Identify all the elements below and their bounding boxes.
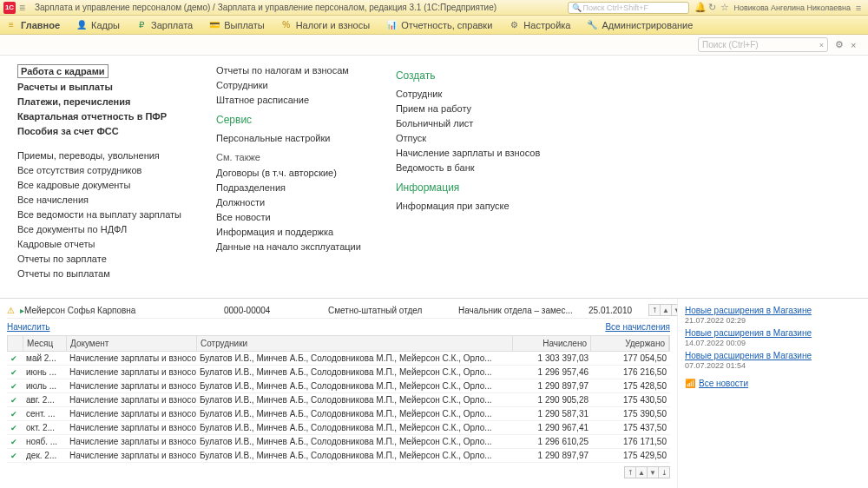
- nav-link[interactable]: Информация и поддержка: [216, 226, 361, 238]
- nav-link[interactable]: Отпуск: [396, 132, 540, 144]
- menu-Настройка[interactable]: ⚙Настройка: [508, 19, 570, 31]
- menu-label: Администрирование: [602, 20, 693, 30]
- cell-doc: Начисление зарплаты и взносов: [66, 352, 196, 365]
- app-logo: 1C: [3, 2, 16, 14]
- nav-link[interactable]: Пособия за счет ФСС: [17, 125, 181, 137]
- nav-up-icon[interactable]: ▲: [635, 466, 648, 478]
- star-icon[interactable]: ☆: [719, 2, 731, 13]
- nav-link[interactable]: Информация при запуске: [396, 200, 540, 212]
- nav-first-icon[interactable]: ⤒: [624, 466, 636, 478]
- nav-link[interactable]: Подразделения: [216, 181, 361, 194]
- bell-icon[interactable]: 🔔: [694, 2, 707, 13]
- nav-link[interactable]: Кадровые отчеты: [17, 238, 181, 250]
- all-news-link[interactable]: Все новости: [699, 379, 748, 388]
- nav-last-icon[interactable]: ⤓: [658, 466, 670, 478]
- nav-link[interactable]: Сотрудники: [216, 79, 361, 91]
- th-doc[interactable]: Документ: [67, 336, 197, 351]
- gear-icon[interactable]: ⚙: [835, 39, 847, 50]
- nav-down-icon[interactable]: ▼: [647, 466, 659, 478]
- cell-ded: 176 171,50: [592, 435, 670, 448]
- menu-label: Налоги и взносы: [296, 20, 371, 30]
- user-name[interactable]: Новикова Ангелина Николаевна: [734, 3, 851, 12]
- row-icon: ✔: [10, 382, 17, 391]
- nav-link[interactable]: Отчеты по выплатам: [17, 267, 181, 280]
- nav-link[interactable]: Договоры (в т.ч. авторские): [216, 167, 361, 179]
- cell-month: окт. 2...: [23, 421, 66, 434]
- news-link[interactable]: Новые расширения в Магазине: [685, 328, 861, 338]
- menu-Налоги и взносы[interactable]: %Налоги и взносы: [280, 19, 371, 31]
- employee-row[interactable]: ⚠ ▸ Мейерсон Софья Карповна 0000-00004 С…: [7, 302, 670, 319]
- history-icon[interactable]: ↻: [707, 2, 719, 13]
- nav-link[interactable]: Отчеты по налогам и взносам: [216, 64, 361, 76]
- row-icon: ✔: [10, 354, 17, 363]
- nav-link[interactable]: Прием на работу: [396, 102, 540, 115]
- nav-link[interactable]: Персональные настройки: [216, 132, 361, 144]
- nav-link[interactable]: Сотрудник: [396, 88, 540, 100]
- menu-Администрирование[interactable]: 🔧Администрирование: [586, 19, 693, 31]
- warning-icon: ⚠: [7, 306, 15, 315]
- clear-icon[interactable]: ×: [819, 41, 824, 49]
- menu-icon: %: [280, 19, 293, 31]
- global-search[interactable]: 🔍 Поиск Ctrl+Shift+F: [568, 2, 689, 14]
- calc-link[interactable]: Начислить: [7, 322, 50, 332]
- news-date: 21.07.2022 02:29: [685, 316, 861, 325]
- row-icon: ✔: [10, 438, 17, 446]
- panel-search[interactable]: Поиск (Ctrl+F) ×: [698, 37, 828, 52]
- nav-panel: Работа с кадрамиРасчеты и выплатыПлатежи…: [0, 56, 868, 299]
- nav-link[interactable]: Работа с кадрами: [17, 64, 108, 78]
- th-month[interactable]: Месяц: [23, 336, 67, 351]
- main-area: ⚠ ▸ Мейерсон Софья Карповна 0000-00004 С…: [0, 299, 677, 488]
- table-row[interactable]: ✔июль ...Начисление зарплаты и взносовБу…: [7, 379, 670, 393]
- all-acc-link[interactable]: Все начисления: [605, 322, 670, 332]
- menu-Кадры[interactable]: 👤Кадры: [76, 19, 120, 31]
- emp-name: Мейерсон Софья Карповна: [24, 306, 224, 315]
- table-row[interactable]: ✔нояб. ...Начисление зарплаты и взносовБ…: [7, 435, 670, 449]
- nav-down-icon[interactable]: ▼: [671, 304, 677, 316]
- user-menu-icon[interactable]: ≡: [852, 3, 865, 13]
- nav-link[interactable]: Больничный лист: [396, 117, 540, 129]
- cell-ded: 177 054,50: [592, 352, 670, 365]
- nav-link[interactable]: Все документы по НДФЛ: [17, 223, 181, 235]
- news-link[interactable]: Новые расширения в Магазине: [685, 306, 861, 315]
- cell-month: июль ...: [23, 379, 66, 392]
- cell-doc: Начисление зарплаты и взносов: [66, 393, 196, 406]
- menu-icon: ≡: [5, 19, 17, 31]
- nav-link[interactable]: Ведомость в банк: [396, 162, 540, 174]
- table-row[interactable]: ✔окт. 2...Начисление зарплаты и взносовБ…: [7, 421, 670, 435]
- table-row[interactable]: ✔дек. 2...Начисление зарплаты и взносовБ…: [7, 449, 670, 463]
- nav-link[interactable]: Отчеты по зарплате: [17, 253, 181, 265]
- nav-link[interactable]: Приемы, переводы, увольнения: [17, 149, 181, 162]
- table-row[interactable]: ✔авг. 2...Начисление зарплаты и взносовБ…: [7, 393, 670, 407]
- nav-first-icon[interactable]: ⤒: [648, 304, 661, 316]
- nav-up-icon[interactable]: ▲: [660, 304, 672, 316]
- menu-Зарплата[interactable]: ₽Зарплата: [135, 19, 193, 31]
- nav-link[interactable]: Квартальная отчетность в ПФР: [17, 110, 181, 122]
- nav-link[interactable]: Все ведомости на выплату зарплаты: [17, 208, 181, 221]
- nav-link[interactable]: Все новости: [216, 211, 361, 223]
- table-row[interactable]: ✔сент. ...Начисление зарплаты и взносовБ…: [7, 407, 670, 421]
- menu-Отчетность, справки[interactable]: 📊Отчетность, справки: [385, 19, 492, 31]
- th-ded[interactable]: Удержано: [591, 336, 669, 351]
- row-icon: ✔: [10, 452, 17, 460]
- news-link[interactable]: Новые расширения в Магазине: [685, 351, 861, 360]
- nav-link[interactable]: Данные на начало эксплуатации: [216, 241, 361, 253]
- nav-link[interactable]: Штатное расписание: [216, 94, 361, 106]
- close-icon[interactable]: ×: [851, 40, 863, 50]
- table-row[interactable]: ✔июнь ...Начисление зарплаты и взносовБу…: [7, 366, 670, 379]
- nav-link[interactable]: Платежи, перечисления: [17, 96, 181, 108]
- nav-link[interactable]: Все кадровые документы: [17, 179, 181, 191]
- emp-pos: Начальник отдела – замес...: [458, 306, 589, 315]
- nav-link[interactable]: Должности: [216, 196, 361, 208]
- cell-doc: Начисление зарплаты и взносов: [66, 435, 196, 448]
- cell-emp: Булатов И.В., Минчев А.Б., Солодовникова…: [196, 366, 514, 379]
- th-acc[interactable]: Начислено: [513, 336, 591, 351]
- nav-link[interactable]: Расчеты и выплаты: [17, 81, 181, 93]
- nav-link[interactable]: Все начисления: [17, 194, 181, 206]
- nav-link[interactable]: Начисление зарплаты и взносов: [396, 147, 540, 159]
- menu-Выплаты[interactable]: 💳Выплаты: [208, 19, 264, 31]
- th-emp[interactable]: Сотрудники: [197, 336, 513, 351]
- hamburger-icon[interactable]: ≡: [19, 2, 31, 14]
- table-row[interactable]: ✔май 2...Начисление зарплаты и взносовБу…: [7, 352, 670, 366]
- nav-link[interactable]: Все отсутствия сотрудников: [17, 164, 181, 176]
- menu-Главное[interactable]: ≡Главное: [5, 19, 60, 31]
